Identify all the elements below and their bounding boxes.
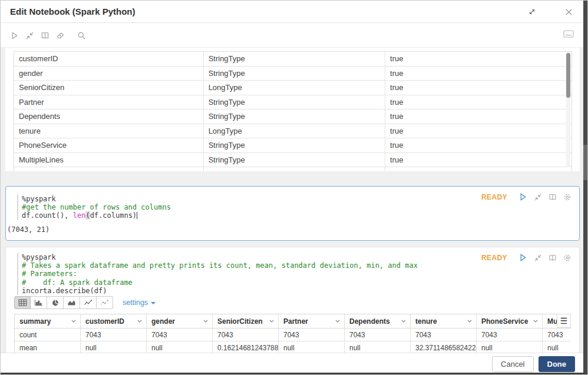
close-icon — [565, 8, 573, 16]
run-cell-button[interactable] — [518, 253, 528, 263]
summary-cell: mean — [15, 341, 81, 354]
show-output-button[interactable] — [37, 28, 52, 42]
column-header[interactable]: customerID — [81, 314, 147, 328]
cell-settings-button[interactable] — [562, 192, 572, 202]
nullable-cell: true — [385, 67, 572, 81]
chevron-down-icon — [203, 320, 208, 323]
keyboard-shortcuts-button[interactable] — [563, 30, 574, 38]
scrollbar-thumb[interactable] — [566, 53, 570, 98]
code-line[interactable]: # Takes a spark dataframe and pretty pri… — [22, 261, 571, 270]
run-all-button[interactable] — [6, 28, 22, 42]
settings-dropdown[interactable]: settings — [123, 298, 156, 307]
collapse-cell-button[interactable] — [533, 253, 543, 263]
column-name-cell: Dependents — [14, 109, 204, 124]
nullable-cell: true — [385, 138, 572, 152]
dialog-footer: Cancel Done — [1, 353, 583, 373]
column-header[interactable]: PhoneService — [477, 314, 543, 328]
search-button[interactable] — [74, 28, 89, 42]
column-header[interactable]: SeniorCitizen — [213, 314, 279, 328]
code-line[interactable]: # df: A spark dataframe — [22, 278, 571, 287]
scatter-chart-icon — [100, 299, 109, 306]
line-chart-icon — [84, 299, 93, 306]
result-table-container: summary customerID gender SeniorCitizen … — [14, 314, 571, 354]
cell-status-badge: READY — [481, 254, 507, 262]
table-row: tenure LongType true — [14, 124, 572, 139]
chevron-down-icon — [401, 320, 406, 323]
viz-bar-chart-button[interactable] — [31, 296, 47, 309]
notebook-toolbar — [1, 23, 583, 48]
value-cell: 7043 — [411, 328, 477, 341]
dialog-title: Edit Notebook (Spark Python) — [10, 6, 136, 16]
notebook-cell-1[interactable]: READY — [5, 186, 580, 241]
notebook-content[interactable]: customerID StringType true gender String… — [1, 48, 583, 354]
column-header[interactable]: Dependents — [345, 314, 411, 328]
close-dialog-button[interactable] — [563, 6, 574, 17]
data-type-cell: LongType — [204, 81, 385, 95]
viz-table-button[interactable] — [14, 296, 31, 309]
viz-line-chart-button[interactable] — [80, 296, 97, 309]
expand-dialog-button[interactable] — [527, 6, 537, 17]
value-cell: null — [279, 341, 345, 354]
show-editor-button[interactable] — [547, 253, 557, 263]
table-row: Partner StringType true — [14, 95, 572, 110]
chevron-down-icon — [335, 320, 340, 323]
value-cell: null — [477, 341, 543, 354]
nullable-cell: true — [385, 95, 572, 109]
column-header[interactable]: summary — [15, 314, 81, 328]
value-cell: 7043 — [213, 328, 279, 341]
code-line[interactable]: df.count(), len(df.columns) — [22, 211, 571, 220]
cancel-button[interactable]: Cancel — [492, 356, 533, 372]
cell-output: (7043, 21) — [7, 225, 571, 234]
edit-notebook-dialog: Edit Notebook (Spark Python) — [0, 0, 588, 375]
collapse-cell-button[interactable] — [533, 192, 543, 202]
viz-pie-chart-button[interactable] — [47, 296, 64, 309]
area-chart-icon — [67, 299, 76, 306]
schema-output-card: customerID StringType true gender String… — [5, 48, 580, 171]
data-type-cell: StringType — [204, 95, 385, 109]
data-type-cell: StringType — [204, 167, 385, 171]
collapse-icon — [25, 31, 34, 40]
eraser-icon — [56, 31, 65, 40]
show-editor-button[interactable] — [547, 192, 557, 202]
search-icon — [77, 31, 86, 40]
play-icon — [10, 31, 19, 40]
value-cell: null — [147, 341, 213, 354]
chevron-down-icon — [467, 320, 472, 323]
value-cell: 7043 — [477, 328, 543, 341]
table-row: PhoneService StringType true — [14, 138, 572, 153]
expand-icon — [528, 8, 536, 16]
table-scrollbar[interactable] — [566, 52, 570, 167]
clear-output-button[interactable] — [52, 28, 68, 42]
notebook-cell-2[interactable]: READY — [5, 247, 580, 354]
data-type-cell: StringType — [204, 153, 385, 167]
column-header[interactable]: Partner — [279, 314, 345, 328]
chevron-down-icon — [71, 320, 76, 323]
scrollbar-thumb[interactable] — [583, 145, 587, 180]
column-header[interactable]: gender — [147, 314, 213, 328]
caret-down-icon — [151, 302, 156, 304]
value-cell: 7043 — [279, 328, 345, 341]
cell-status-badge: READY — [481, 193, 507, 201]
code-line[interactable]: incorta.describe(df) — [22, 287, 571, 295]
data-type-cell: StringType — [204, 52, 385, 66]
settings-label: settings — [123, 298, 148, 307]
table-menu-button[interactable]: ☰ — [557, 314, 571, 328]
chevron-down-icon — [533, 320, 538, 323]
bar-chart-icon — [34, 299, 43, 306]
viz-area-chart-button[interactable] — [64, 296, 80, 309]
code-line[interactable]: # Parameters: — [22, 270, 571, 278]
window-scrollbar[interactable] — [583, 1, 587, 374]
table-row: gender StringType true — [14, 67, 572, 81]
viz-scatter-chart-button[interactable] — [97, 296, 113, 309]
table-row: customerID StringType true — [14, 52, 572, 67]
done-button[interactable]: Done — [539, 356, 576, 372]
data-type-cell: LongType — [204, 124, 385, 138]
collapse-all-button[interactable] — [22, 28, 37, 42]
cell-settings-button[interactable] — [562, 253, 572, 263]
run-cell-button[interactable] — [518, 192, 528, 202]
code-line[interactable]: #get the number of rows and columns — [22, 203, 571, 211]
column-name-cell: Partner — [14, 95, 204, 109]
table-row-clipped: InternetService StringType true — [14, 167, 572, 171]
table-row: MultipleLines StringType true — [14, 153, 572, 168]
column-header[interactable]: tenure — [411, 314, 477, 328]
